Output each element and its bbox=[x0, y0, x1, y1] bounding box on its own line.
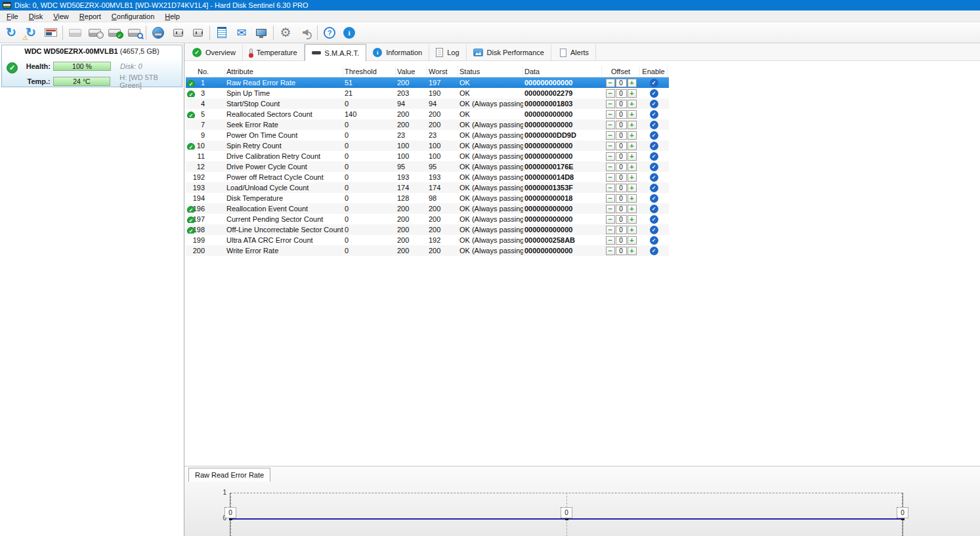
offset-increase-button[interactable]: + bbox=[628, 194, 637, 203]
data-point-label[interactable]: 0 bbox=[561, 507, 572, 518]
disk-test-icon[interactable]: ✓ bbox=[104, 24, 124, 42]
enable-checkbox[interactable]: ✓ bbox=[650, 163, 658, 171]
menu-configuration[interactable]: Configuration bbox=[106, 12, 160, 21]
offset-increase-button[interactable]: + bbox=[628, 163, 637, 171]
offset-decrease-button[interactable]: − bbox=[606, 205, 615, 213]
enable-checkbox[interactable]: ✓ bbox=[650, 247, 658, 255]
disk-search-icon[interactable] bbox=[124, 24, 144, 42]
offset-increase-button[interactable]: + bbox=[628, 89, 637, 98]
offset-increase-button[interactable]: + bbox=[628, 142, 637, 150]
offset-increase-button[interactable]: + bbox=[628, 152, 637, 161]
offset-decrease-button[interactable]: − bbox=[606, 236, 615, 245]
offset-increase-button[interactable]: + bbox=[628, 100, 637, 108]
table-row[interactable]: ✓ 200 Write Error Rate 0 200 200 OK (Alw… bbox=[186, 245, 669, 256]
col-enable[interactable]: Enable bbox=[640, 66, 668, 77]
offset-decrease-button[interactable]: − bbox=[606, 152, 615, 161]
table-row[interactable]: ✓ 196 Reallocation Event Count 0 200 200… bbox=[186, 203, 669, 214]
menu-disk[interactable]: Disk bbox=[24, 12, 48, 21]
offset-value[interactable]: 0 bbox=[616, 110, 627, 119]
table-row[interactable]: ✓ 5 Reallocated Sectors Count 140 200 20… bbox=[186, 109, 669, 119]
table-row[interactable]: ✓ 10 Spin Retry Count 0 100 100 OK (Alwa… bbox=[186, 140, 669, 151]
col-status[interactable]: Status bbox=[458, 66, 523, 77]
table-row[interactable]: ✓ 9 Power On Time Count 0 23 23 OK (Alwa… bbox=[186, 130, 669, 140]
settings-gear-icon[interactable]: ⚙ bbox=[276, 24, 295, 42]
table-row[interactable]: ✓ 1 Raw Read Error Rate 51 200 197 OK 00… bbox=[186, 77, 669, 88]
data-point-label[interactable]: 0 bbox=[897, 507, 908, 518]
offset-increase-button[interactable]: + bbox=[628, 226, 637, 234]
enable-checkbox[interactable]: ✓ bbox=[650, 79, 658, 87]
menu-help[interactable]: Help bbox=[160, 12, 185, 21]
offset-decrease-button[interactable]: − bbox=[606, 226, 615, 234]
tab-disk-performance[interactable]: Disk Performance bbox=[467, 45, 551, 60]
offset-increase-button[interactable]: + bbox=[628, 79, 637, 87]
log-notepad-icon[interactable] bbox=[212, 24, 232, 42]
offset-value[interactable]: 0 bbox=[616, 236, 627, 245]
offset-decrease-button[interactable]: − bbox=[606, 79, 615, 87]
tab-information[interactable]: i Information bbox=[366, 45, 429, 60]
offset-decrease-button[interactable]: − bbox=[606, 142, 615, 150]
offset-value[interactable]: 0 bbox=[616, 89, 627, 98]
offset-decrease-button[interactable]: − bbox=[606, 89, 615, 98]
table-row[interactable]: ✓ 199 Ultra ATA CRC Error Count 0 200 19… bbox=[186, 235, 669, 245]
graph-tab[interactable]: Raw Read Error Rate bbox=[188, 468, 270, 482]
offset-decrease-button[interactable]: − bbox=[606, 121, 615, 129]
enable-checkbox[interactable]: ✓ bbox=[650, 194, 658, 203]
tab-overview[interactable]: ✓ Overview bbox=[186, 45, 243, 60]
enable-checkbox[interactable]: ✓ bbox=[650, 152, 658, 161]
network-computer-icon[interactable] bbox=[251, 24, 271, 42]
col-no[interactable]: No. bbox=[186, 66, 225, 77]
tab-log[interactable]: Log bbox=[429, 45, 466, 60]
enable-checkbox[interactable]: ✓ bbox=[650, 226, 658, 234]
offset-value[interactable]: 0 bbox=[616, 226, 627, 234]
offset-value[interactable]: 0 bbox=[616, 247, 627, 255]
offset-decrease-button[interactable]: − bbox=[606, 110, 615, 119]
offset-value[interactable]: 0 bbox=[616, 173, 627, 182]
table-row[interactable]: ✓ 193 Load/Unload Cycle Count 0 174 174 … bbox=[186, 182, 669, 193]
table-row[interactable]: ✓ 194 Disk Temperature 0 128 98 OK (Alwa… bbox=[186, 193, 669, 203]
offset-value[interactable]: 0 bbox=[616, 163, 627, 171]
offset-value[interactable]: 0 bbox=[616, 79, 627, 87]
offset-decrease-button[interactable]: − bbox=[606, 131, 615, 140]
enable-checkbox[interactable]: ✓ bbox=[650, 173, 658, 182]
enable-checkbox[interactable]: ✓ bbox=[650, 89, 658, 98]
sound-icon[interactable] bbox=[295, 24, 315, 42]
table-row[interactable]: ✓ 192 Power off Retract Cycle Count 0 19… bbox=[186, 172, 669, 182]
offset-value[interactable]: 0 bbox=[616, 100, 627, 108]
refresh-icon[interactable]: ↻ bbox=[1, 24, 21, 42]
offset-decrease-button[interactable]: − bbox=[606, 100, 615, 108]
table-row[interactable]: ✓ 3 Spin Up Time 21 203 190 OK 000000002… bbox=[186, 88, 669, 98]
offset-value[interactable]: 0 bbox=[616, 131, 627, 140]
offset-increase-button[interactable]: + bbox=[628, 131, 637, 140]
menu-view[interactable]: View bbox=[48, 12, 74, 21]
disk-card[interactable]: WDC WD50EZRX-00MVLB1 (4657,5 GB) ✓ Healt… bbox=[1, 45, 182, 87]
table-row[interactable]: ✓ 4 Start/Stop Count 0 94 94 OK (Always … bbox=[186, 98, 669, 109]
offset-increase-button[interactable]: + bbox=[628, 173, 637, 182]
offset-decrease-button[interactable]: − bbox=[606, 215, 615, 224]
tab-smart[interactable]: S.M.A.R.T. bbox=[305, 44, 367, 61]
offset-value[interactable]: 0 bbox=[616, 215, 627, 224]
enable-checkbox[interactable]: ✓ bbox=[650, 121, 658, 129]
disk-remove-icon[interactable] bbox=[168, 24, 188, 42]
enable-checkbox[interactable]: ✓ bbox=[650, 215, 658, 224]
offset-value[interactable]: 0 bbox=[616, 184, 627, 192]
disk-clock-icon[interactable] bbox=[85, 24, 104, 42]
table-row[interactable]: ✓ 198 Off-Line Uncorrectable Sector Coun… bbox=[186, 224, 669, 235]
enable-checkbox[interactable]: ✓ bbox=[650, 131, 658, 140]
offset-increase-button[interactable]: + bbox=[628, 121, 637, 129]
offset-value[interactable]: 0 bbox=[616, 194, 627, 203]
offset-increase-button[interactable]: + bbox=[628, 184, 637, 192]
enable-checkbox[interactable]: ✓ bbox=[650, 205, 658, 213]
data-point-label[interactable]: 0 bbox=[224, 507, 236, 518]
offset-increase-button[interactable]: + bbox=[628, 247, 637, 255]
col-offset[interactable]: Offset bbox=[602, 66, 640, 77]
enable-checkbox[interactable]: ✓ bbox=[650, 142, 658, 150]
network-disk-icon[interactable] bbox=[148, 24, 168, 42]
col-value[interactable]: Value bbox=[396, 66, 427, 77]
offset-increase-button[interactable]: + bbox=[628, 215, 637, 224]
information-icon[interactable]: i bbox=[339, 24, 359, 42]
offset-increase-button[interactable]: + bbox=[628, 110, 637, 119]
offset-increase-button[interactable]: + bbox=[628, 236, 637, 245]
report-icon[interactable] bbox=[41, 24, 60, 42]
tab-alerts[interactable]: Alerts bbox=[551, 45, 596, 60]
refresh-alert-icon[interactable]: ↻⚠ bbox=[21, 24, 41, 42]
